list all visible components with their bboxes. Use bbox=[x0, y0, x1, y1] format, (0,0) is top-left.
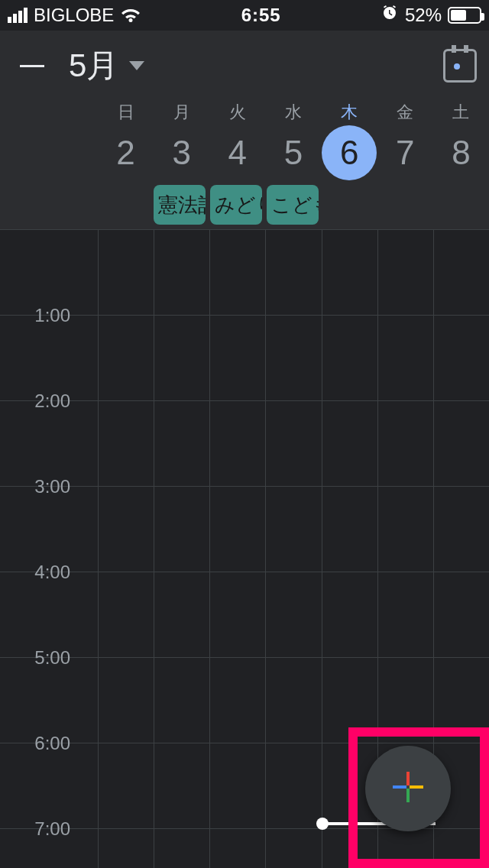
dow-label: 月 bbox=[154, 101, 209, 124]
battery-icon bbox=[448, 7, 481, 24]
dow-label: 水 bbox=[265, 101, 321, 124]
app-header: 5月 日 2 月 3 火 4 水 5 木 6 金 7 bbox=[0, 31, 489, 229]
hour-label: 5:00 bbox=[0, 647, 84, 669]
date-label: 3 bbox=[154, 125, 209, 180]
menu-button[interactable] bbox=[12, 46, 52, 86]
week-row: 日 2 月 3 火 4 水 5 木 6 金 7 土 8 bbox=[0, 101, 489, 180]
date-label: 4 bbox=[209, 125, 265, 180]
carrier-label: BIGLOBE bbox=[34, 5, 114, 26]
day-col-thu[interactable]: 木 6 bbox=[322, 101, 377, 180]
now-indicator-dot bbox=[316, 818, 329, 830]
dow-label: 日 bbox=[98, 101, 154, 124]
app-toolbar: 5月 bbox=[0, 31, 489, 101]
hamburger-icon bbox=[20, 65, 44, 67]
hour-row: 5:00 bbox=[0, 657, 489, 743]
allday-row: 憲法記 みどり こども bbox=[0, 185, 489, 229]
allday-event[interactable]: こども bbox=[267, 185, 319, 225]
alarm-icon bbox=[381, 4, 399, 27]
day-col-wed[interactable]: 水 5 bbox=[265, 101, 321, 180]
hour-row: 2:00 bbox=[0, 400, 489, 486]
allday-event[interactable]: みどり bbox=[210, 185, 262, 225]
hour-label: 3:00 bbox=[0, 476, 84, 497]
day-col-tue[interactable]: 火 4 bbox=[209, 101, 265, 180]
day-col-mon[interactable]: 月 3 bbox=[154, 101, 209, 180]
hour-label: 6:00 bbox=[0, 733, 84, 754]
hour-label: 4:00 bbox=[0, 562, 84, 583]
status-bar: BIGLOBE 6:55 52% bbox=[0, 0, 489, 31]
day-col-sat[interactable]: 土 8 bbox=[433, 101, 489, 180]
battery-fill bbox=[451, 10, 466, 21]
svg-rect-0 bbox=[406, 772, 410, 785]
plus-icon bbox=[390, 769, 426, 808]
day-col-fri[interactable]: 金 7 bbox=[377, 101, 433, 180]
hour-row: 3:00 bbox=[0, 486, 489, 572]
hour-label: 1:00 bbox=[0, 305, 84, 326]
date-label: 7 bbox=[377, 125, 433, 180]
hour-label: 7:00 bbox=[0, 818, 84, 840]
status-time: 6:55 bbox=[241, 5, 281, 26]
allday-event[interactable]: 憲法記 bbox=[154, 185, 206, 225]
battery-percent: 52% bbox=[405, 5, 442, 26]
dow-label: 金 bbox=[377, 101, 433, 124]
hour-row bbox=[0, 229, 489, 315]
cellular-signal-icon bbox=[8, 8, 28, 23]
hour-row: 4:00 bbox=[0, 572, 489, 657]
hour-row: 1:00 bbox=[0, 315, 489, 400]
date-label-selected: 6 bbox=[322, 125, 377, 180]
status-right: 52% bbox=[381, 4, 481, 27]
status-left: BIGLOBE bbox=[8, 5, 141, 26]
month-selector[interactable]: 5月 bbox=[69, 44, 144, 87]
svg-rect-1 bbox=[406, 789, 410, 802]
dow-label: 木 bbox=[322, 101, 377, 124]
month-label: 5月 bbox=[69, 44, 118, 87]
hour-row: 7:00 bbox=[0, 828, 489, 868]
dow-label: 火 bbox=[209, 101, 265, 124]
dow-label: 土 bbox=[433, 101, 489, 124]
today-button[interactable] bbox=[443, 49, 477, 83]
wifi-icon bbox=[120, 7, 141, 24]
svg-rect-2 bbox=[393, 785, 406, 789]
date-label: 8 bbox=[433, 125, 489, 180]
hour-label: 2:00 bbox=[0, 390, 84, 412]
date-label: 2 bbox=[98, 125, 154, 180]
create-event-fab[interactable] bbox=[365, 746, 451, 831]
svg-rect-3 bbox=[410, 785, 423, 789]
date-label: 5 bbox=[265, 125, 321, 180]
chevron-down-icon bbox=[129, 61, 144, 70]
day-col-sun[interactable]: 日 2 bbox=[98, 101, 154, 180]
calendar-icon bbox=[454, 63, 460, 70]
